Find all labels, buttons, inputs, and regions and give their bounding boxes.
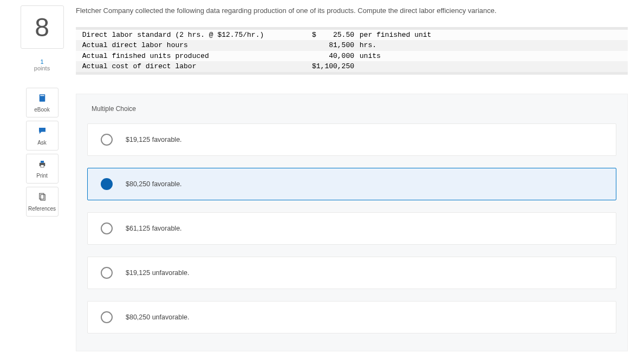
option-1[interactable]: $19,125 favorable. — [87, 123, 616, 156]
tool-buttons: eBook Ask Print References — [26, 88, 58, 220]
print-label: Print — [36, 173, 48, 179]
question-number: 8 — [35, 12, 49, 42]
sidebar: 8 1 points eBook Ask — [16, 5, 68, 351]
multiple-choice-heading: Multiple Choice — [92, 105, 616, 113]
row-label: Actual direct labor hours — [78, 40, 295, 51]
book-icon — [37, 93, 47, 105]
row-value: 81,500 — [295, 40, 354, 51]
row-label: Actual cost of direct labor — [78, 61, 295, 72]
option-text: $19,125 unfavorable. — [126, 269, 189, 277]
references-button[interactable]: References — [26, 187, 58, 217]
chat-icon — [37, 126, 47, 138]
row-value: $1,100,250 — [295, 61, 354, 72]
row-label: Direct labor standard (2 hrs. @ $12.75/h… — [78, 30, 295, 41]
option-text: $80,250 favorable. — [126, 180, 182, 188]
ebook-button[interactable]: eBook — [26, 88, 58, 117]
points-label: points — [34, 65, 50, 71]
question-number-box: 8 — [21, 5, 64, 49]
points-value: 1 — [34, 58, 50, 65]
row-unit: per finished unit — [354, 30, 463, 41]
content-area: Fletcher Company collected the following… — [68, 5, 644, 351]
radio-icon — [101, 267, 113, 279]
data-table: Direct labor standard (2 hrs. @ $12.75/h… — [76, 27, 628, 75]
option-2[interactable]: $80,250 favorable. — [87, 168, 616, 200]
option-3[interactable]: $61,125 favorable. — [87, 212, 616, 245]
row-unit: hrs. — [354, 40, 463, 51]
option-4[interactable]: $19,125 unfavorable. — [87, 257, 616, 289]
row-value: 40,000 — [295, 51, 354, 62]
option-5[interactable]: $80,250 unfavorable. — [87, 301, 616, 333]
table-row: Direct labor standard (2 hrs. @ $12.75/h… — [76, 30, 628, 41]
print-icon — [37, 159, 47, 171]
print-button[interactable]: Print — [26, 154, 58, 184]
row-value: $ 25.50 — [295, 30, 354, 41]
references-label: References — [28, 206, 56, 212]
radio-icon — [101, 178, 113, 190]
question-page: 8 1 points eBook Ask — [0, 0, 644, 351]
table-row: Actual direct labor hours 81,500 hrs. — [76, 40, 628, 51]
svg-rect-3 — [41, 161, 44, 163]
option-text: $61,125 favorable. — [126, 225, 182, 232]
references-icon — [37, 192, 47, 204]
radio-icon — [101, 311, 113, 323]
ebook-label: eBook — [34, 107, 49, 113]
points-block: 1 points — [34, 58, 50, 71]
row-unit — [354, 61, 463, 72]
table-row: Actual cost of direct labor $1,100,250 — [76, 61, 628, 72]
row-label: Actual finished units produced — [78, 51, 295, 62]
svg-rect-5 — [39, 193, 43, 199]
svg-rect-6 — [41, 194, 45, 200]
ask-label: Ask — [37, 140, 47, 146]
question-text: Fletcher Company collected the following… — [76, 5, 628, 16]
multiple-choice-panel: Multiple Choice $19,125 favorable. $80,2… — [76, 94, 628, 351]
svg-rect-4 — [41, 165, 44, 167]
table-row: Actual finished units produced 40,000 un… — [76, 51, 628, 62]
svg-rect-1 — [40, 95, 44, 96]
ask-button[interactable]: Ask — [26, 121, 58, 150]
row-unit: units — [354, 51, 463, 62]
option-text: $19,125 favorable. — [126, 136, 182, 143]
radio-icon — [101, 222, 113, 234]
option-text: $80,250 unfavorable. — [126, 313, 189, 321]
radio-icon — [101, 134, 113, 146]
